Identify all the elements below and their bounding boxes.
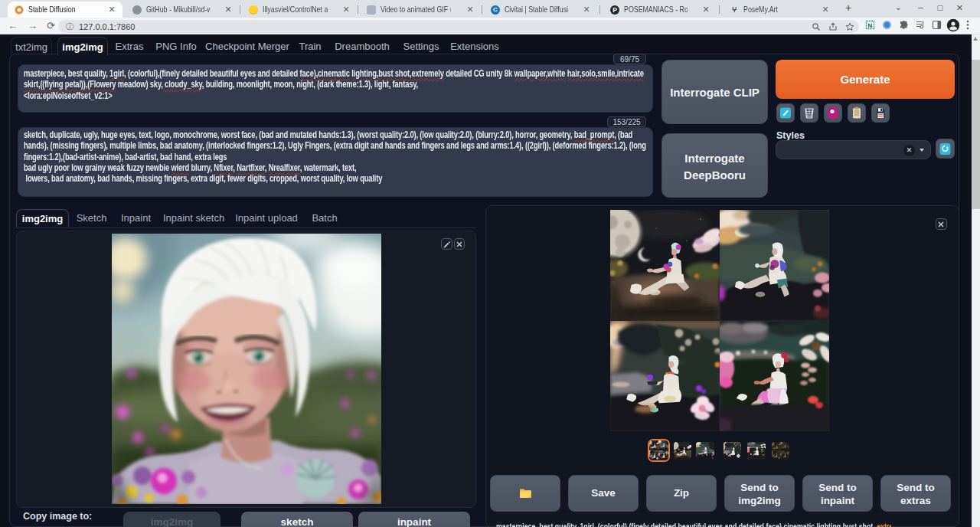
svg-text:N: N <box>868 22 873 29</box>
